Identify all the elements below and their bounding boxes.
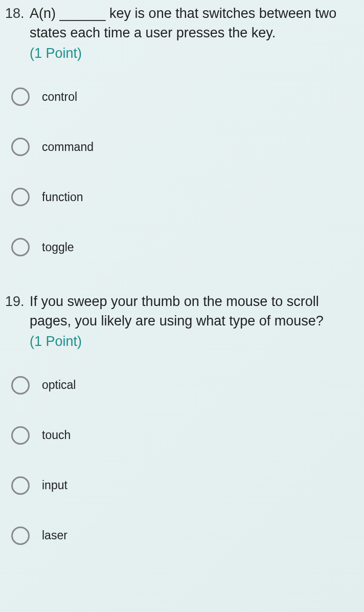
radio-icon: [11, 88, 30, 106]
option-label: optical: [42, 378, 76, 392]
radio-icon: [11, 426, 30, 445]
question-header: 19. If you sweep your thumb on the mouse…: [0, 292, 364, 331]
question-18: 18. A(n) ______ key is one that switches…: [0, 0, 364, 256]
option-command[interactable]: command: [11, 138, 364, 156]
option-toggle[interactable]: toggle: [11, 238, 364, 256]
option-label: control: [42, 90, 77, 104]
option-optical[interactable]: optical: [11, 376, 364, 395]
question-number: 18.: [5, 4, 30, 24]
option-input[interactable]: input: [11, 476, 364, 495]
question-points: (1 Point): [30, 332, 364, 352]
question-text: If you sweep your thumb on the mouse to …: [30, 292, 354, 331]
option-touch[interactable]: touch: [11, 426, 364, 445]
radio-icon: [11, 238, 30, 256]
radio-icon: [11, 188, 30, 206]
option-label: command: [42, 140, 94, 154]
option-label: laser: [42, 529, 67, 542]
option-label: toggle: [42, 241, 74, 254]
question-header: 18. A(n) ______ key is one that switches…: [0, 4, 364, 43]
question-points: (1 Point): [30, 44, 364, 63]
question-19: 19. If you sweep your thumb on the mouse…: [0, 288, 364, 544]
question-text: A(n) ______ key is one that switches bet…: [30, 4, 354, 43]
radio-icon: [11, 138, 30, 156]
option-function[interactable]: function: [11, 188, 364, 206]
question-number: 19.: [5, 292, 30, 312]
option-label: function: [42, 190, 83, 204]
options-list: optical touch input laser: [0, 376, 364, 545]
radio-icon: [11, 376, 30, 395]
radio-icon: [11, 476, 30, 495]
option-label: input: [42, 478, 67, 492]
options-list: control command function toggle: [0, 88, 364, 256]
radio-icon: [11, 527, 30, 545]
option-control[interactable]: control: [11, 88, 364, 106]
option-laser[interactable]: laser: [11, 527, 364, 545]
option-label: touch: [42, 428, 71, 442]
